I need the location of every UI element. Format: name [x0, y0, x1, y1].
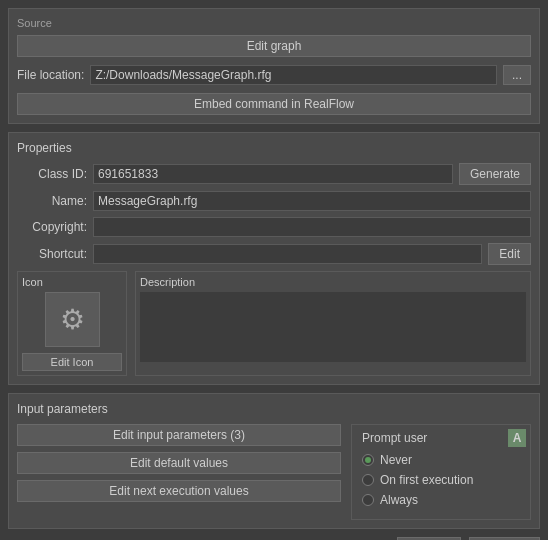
copyright-input[interactable] — [93, 217, 531, 237]
input-parameters-title: Input parameters — [17, 402, 531, 416]
name-label: Name: — [17, 194, 87, 208]
input-parameters-section: Input parameters Edit input parameters (… — [8, 393, 540, 529]
main-container: Source Edit graph File location: ... Emb… — [0, 0, 548, 540]
always-radio[interactable] — [362, 494, 374, 506]
icon-box: Icon ⚙ Edit Icon — [17, 271, 127, 376]
input-parameters-body: Edit input parameters (3) Edit default v… — [17, 424, 531, 520]
name-input[interactable] — [93, 191, 531, 211]
file-location-input[interactable] — [90, 65, 497, 85]
shortcut-label: Shortcut: — [17, 247, 87, 261]
always-radio-row[interactable]: Always — [362, 493, 520, 507]
on-first-radio[interactable] — [362, 474, 374, 486]
class-id-row: Class ID: Generate — [17, 163, 531, 185]
a-badge: A — [508, 429, 526, 447]
always-label: Always — [380, 493, 418, 507]
shortcut-input[interactable] — [93, 244, 482, 264]
source-label: Source — [17, 17, 531, 29]
edit-graph-button[interactable]: Edit graph — [17, 35, 531, 57]
properties-title: Properties — [17, 141, 531, 155]
copyright-row: Copyright: — [17, 217, 531, 237]
gear-icon: ⚙ — [60, 303, 85, 336]
properties-section: Properties Class ID: Generate Name: Copy… — [8, 132, 540, 385]
never-radio-row[interactable]: Never — [362, 453, 520, 467]
icon-label: Icon — [22, 276, 43, 288]
edit-default-values-button[interactable]: Edit default values — [17, 452, 341, 474]
shortcut-row: Shortcut: Edit — [17, 243, 531, 265]
class-id-label: Class ID: — [17, 167, 87, 181]
on-first-radio-row[interactable]: On first execution — [362, 473, 520, 487]
prompt-user-label: Prompt user — [362, 431, 520, 445]
prompt-user-section: A Prompt user Never On first execution A… — [351, 424, 531, 520]
edit-icon-button[interactable]: Edit Icon — [22, 353, 122, 371]
file-location-label: File location: — [17, 68, 84, 82]
shortcut-edit-button[interactable]: Edit — [488, 243, 531, 265]
icon-desc-row: Icon ⚙ Edit Icon Description — [17, 271, 531, 376]
embed-command-button[interactable]: Embed command in RealFlow — [17, 93, 531, 115]
description-textarea[interactable] — [140, 292, 526, 362]
description-box: Description — [135, 271, 531, 376]
description-label: Description — [140, 276, 526, 288]
edit-next-execution-button[interactable]: Edit next execution values — [17, 480, 341, 502]
never-radio[interactable] — [362, 454, 374, 466]
input-parameters-left: Edit input parameters (3) Edit default v… — [17, 424, 341, 520]
icon-area: ⚙ — [45, 292, 100, 347]
generate-button[interactable]: Generate — [459, 163, 531, 185]
never-label: Never — [380, 453, 412, 467]
edit-input-params-button[interactable]: Edit input parameters (3) — [17, 424, 341, 446]
copyright-label: Copyright: — [17, 220, 87, 234]
source-section: Source Edit graph File location: ... Emb… — [8, 8, 540, 124]
browse-button[interactable]: ... — [503, 65, 531, 85]
class-id-input[interactable] — [93, 164, 453, 184]
file-location-row: File location: ... — [17, 65, 531, 85]
on-first-label: On first execution — [380, 473, 473, 487]
name-row: Name: — [17, 191, 531, 211]
